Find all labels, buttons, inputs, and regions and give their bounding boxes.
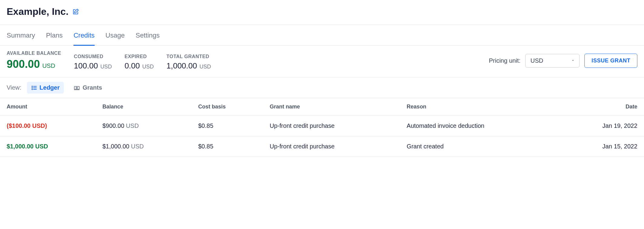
stat-total-granted: TOTAL GRANTED 1,000.00 USD <box>167 54 211 71</box>
view-toggle-grants[interactable]: Grants <box>69 82 106 94</box>
cell-cost-basis: $0.85 <box>191 116 263 136</box>
cell-balance: $1,000.00 USD <box>96 136 192 157</box>
stat-label: AVAILABLE BALANCE <box>7 51 61 56</box>
col-date: Date <box>559 98 644 116</box>
col-cost-basis: Cost basis <box>191 98 263 116</box>
view-toggle-label: Ledger <box>40 84 60 91</box>
cell-reason: Grant created <box>400 136 559 157</box>
svg-point-3 <box>32 86 32 87</box>
chevron-down-icon <box>571 57 575 64</box>
pricing-unit-select[interactable]: USD <box>525 54 580 68</box>
page-title: Example, Inc. <box>7 6 69 17</box>
col-grant-name: Grant name <box>263 98 400 116</box>
tab-summary[interactable]: Summary <box>7 25 35 45</box>
stat-value: 900.00 <box>7 58 40 71</box>
svg-point-5 <box>32 89 32 90</box>
cell-grant-name: Up-front credit purchase <box>263 116 400 136</box>
stat-value: 100.00 <box>74 61 98 71</box>
stat-available-balance: AVAILABLE BALANCE 900.00 USD <box>7 51 61 71</box>
stat-currency: USD <box>142 64 154 70</box>
stat-value: 0.00 <box>125 61 140 71</box>
cell-reason: Automated invoice deduction <box>400 116 559 136</box>
cell-date: Jan 15, 2022 <box>559 136 644 157</box>
stat-expired: EXPIRED 0.00 USD <box>125 54 154 71</box>
tab-plans[interactable]: Plans <box>46 25 63 45</box>
stat-currency: USD <box>100 64 112 70</box>
cell-balance: $900.00 USD <box>96 116 192 136</box>
table-row: ($100.00 USD) $900.00 USD $0.85 Up-front… <box>0 116 644 136</box>
view-toggle-label: Grants <box>83 84 102 91</box>
issue-grant-button[interactable]: ISSUE GRANT <box>584 54 637 68</box>
ledger-table: Amount Balance Cost basis Grant name Rea… <box>0 98 644 157</box>
svg-point-4 <box>32 88 32 88</box>
tabs: Summary Plans Credits Usage Settings <box>0 25 644 46</box>
edit-icon[interactable] <box>72 8 79 15</box>
stat-currency: USD <box>200 64 211 70</box>
svg-rect-6 <box>74 86 80 89</box>
stat-label: TOTAL GRANTED <box>167 54 211 59</box>
col-balance: Balance <box>96 98 192 116</box>
cell-date: Jan 19, 2022 <box>559 116 644 136</box>
stat-currency: USD <box>42 62 55 69</box>
cell-amount: $1,000.00 USD <box>7 143 48 150</box>
stat-label: CONSUMED <box>74 54 112 59</box>
table-row: $1,000.00 USD $1,000.00 USD $0.85 Up-fro… <box>0 136 644 157</box>
list-icon <box>31 85 37 91</box>
view-label: View: <box>7 84 21 91</box>
stat-value: 1,000.00 <box>167 61 197 71</box>
col-reason: Reason <box>400 98 559 116</box>
cash-icon <box>73 85 80 91</box>
pricing-unit-value: USD <box>530 57 543 64</box>
view-toggle-ledger[interactable]: Ledger <box>27 82 64 94</box>
tab-credits[interactable]: Credits <box>73 25 95 45</box>
svg-point-7 <box>76 87 78 88</box>
col-amount: Amount <box>0 98 96 116</box>
cell-cost-basis: $0.85 <box>191 136 263 157</box>
pricing-unit-label: Pricing unit: <box>489 57 521 64</box>
tab-settings[interactable]: Settings <box>135 25 160 45</box>
stat-label: EXPIRED <box>125 54 154 59</box>
tab-usage[interactable]: Usage <box>106 25 125 45</box>
stat-consumed: CONSUMED 100.00 USD <box>74 54 112 71</box>
cell-amount: ($100.00 USD) <box>7 122 47 129</box>
cell-grant-name: Up-front credit purchase <box>263 136 400 157</box>
